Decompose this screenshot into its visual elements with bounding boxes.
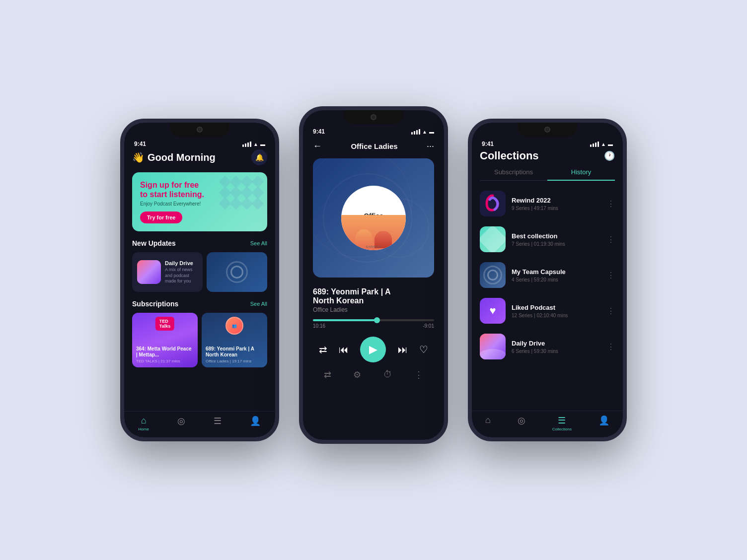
collection-more-capsule[interactable]: ⋮ [607,271,615,280]
thumb-daily [480,334,506,359]
history-icon[interactable]: 🕐 [604,150,615,161]
battery-icon-player: ▬ [429,129,434,135]
thumb-rewind [480,191,506,216]
status-time-player: 9:41 [313,128,325,135]
collection-name-daily: Daily Drive [512,340,601,347]
nav-collections[interactable]: ☰ [214,416,222,431]
collection-item-daily[interactable]: Daily Drive 6 Series | 59:30 mins ⋮ [480,331,615,362]
new-updates-see-all[interactable]: See All [250,240,267,246]
more-options-button[interactable]: ··· [427,141,434,151]
new-updates-title: New Updates [132,239,176,247]
home-nav-icon: ⌂ [141,416,147,426]
collection-meta-daily: 6 Series | 59:30 mins [512,349,601,354]
subscriptions-header: Subscriptions See All [132,300,267,308]
signal-icon-player [411,129,420,135]
collection-name-capsule: My Team Capsule [512,268,601,276]
greeting: 👋 Good Morning [132,151,216,163]
screen-home: 9:41 ▲ ▬ 👋 Good Morning 🔔 [124,123,275,437]
speed-button[interactable]: ⚙ [353,369,361,380]
next-button[interactable]: ⏭ [398,344,408,355]
nav-profile[interactable]: 👤 [250,416,261,431]
airplay-button[interactable]: ⇄ [324,369,331,380]
nav-collections-c[interactable]: ☰ Collections [552,415,572,431]
back-button[interactable]: ← [313,141,322,151]
update-card-daily-drive[interactable]: Daily Drive A mix of news and podcast ma… [132,252,203,292]
collection-name-best: Best collection [512,232,601,240]
prev-button[interactable]: ⏮ [339,344,349,355]
notification-button[interactable]: 🔔 [251,149,267,165]
try-free-button[interactable]: Try for free [140,211,182,223]
signup-banner: Sign up for freeto start listening. Enjo… [132,172,267,231]
ted-badge: TEDTalks [155,317,174,331]
tab-history[interactable]: History [547,168,615,181]
wifi-icon: ▲ [253,141,258,147]
collection-info-capsule: My Team Capsule 4 Series | 59:20 mins [512,268,601,282]
nav-home-c[interactable]: ⌂ [485,415,491,431]
collection-meta-capsule: 4 Series | 59:20 mins [512,277,601,282]
signal-icon-collections [590,141,599,147]
collections-nav-label: Collections [552,427,572,431]
thumb-liked: ♥ [480,298,506,324]
track-title: 689: Yeonmi Park | ANorth Korean [313,287,434,305]
subscription-card-ted[interactable]: TEDTalks 364: Metta World Peace | Mettap… [132,313,198,367]
progress-bar[interactable] [313,319,434,321]
collection-item-rewind[interactable]: Rewind 2022 9 Series | 49:17 mins ⋮ [480,188,615,219]
player-header: ← Office Ladies ··· [303,137,444,153]
status-time-home: 9:41 [134,140,146,147]
capsule-inner2 [487,270,498,280]
screen-player: 9:41 ▲ ▬ ← Office Ladies ··· [303,110,444,440]
collection-more-liked[interactable]: ⋮ [607,306,615,316]
progress-times: 10:16 -9:01 [313,323,434,329]
wave-emoji: 👋 [132,151,145,163]
tab-subscriptions[interactable]: Subscriptions [480,168,547,180]
progress-fill [313,319,377,321]
progress-thumb [374,317,380,323]
repeat-button[interactable]: ⇄ [319,344,327,355]
phone-home: 9:41 ▲ ▬ 👋 Good Morning 🔔 [120,119,279,441]
nav-home[interactable]: ⌂ Home [139,416,149,431]
collection-name-liked: Liked Podcast [512,304,601,311]
collection-more-best[interactable]: ⋮ [607,235,615,244]
play-pause-button[interactable]: ▶ [360,337,386,362]
discover-nav-icon-c: ◎ [518,415,525,426]
nav-discover-c[interactable]: ◎ [518,415,525,431]
status-bar-player: 9:41 ▲ ▬ [303,126,444,137]
update-card-blue[interactable] [207,252,267,292]
status-time-collections: 9:41 [482,140,494,147]
subscriptions-row: TEDTalks 364: Metta World Peace | Mettap… [132,313,267,367]
track-show: Office Ladies [313,306,434,313]
collection-item-liked[interactable]: ♥ Liked Podcast 12 Series | 02:10:40 min… [480,295,615,327]
daily-wave-art [137,260,161,284]
ted-card-title: 364: Metta World Peace | Mettap... [136,346,194,358]
greeting-text: Good Morning [148,152,216,163]
discover-nav-icon: ◎ [177,416,185,426]
notch-player [344,110,403,124]
liked-heart-icon: ♥ [489,304,496,317]
collection-more-rewind[interactable]: ⋮ [607,199,615,209]
timer-button[interactable]: ⏱ [383,369,392,380]
daily-drive-thumb [137,260,161,284]
collection-more-daily[interactable]: ⋮ [607,342,615,351]
status-icons-home: ▲ ▬ [242,141,265,147]
collection-item-best[interactable]: Best collection 7 Series | 01:19:30 mins… [480,223,615,255]
collection-name-rewind: Rewind 2022 [512,197,601,204]
home-nav-label: Home [139,427,149,431]
status-bar-home: 9:41 ▲ ▬ [124,139,275,149]
nav-profile-c[interactable]: 👤 [598,415,609,431]
nav-discover[interactable]: ◎ [177,416,185,431]
collections-tabs: Subscriptions History [480,168,615,181]
thumb-best [480,226,506,252]
like-button[interactable]: ♡ [419,344,428,355]
camera-home [197,127,203,133]
home-content: 👋 Good Morning 🔔 Sign up for freeto star… [124,149,275,411]
ted-card-meta: TED TALKS | 21:37 mins [136,359,194,363]
more-button[interactable]: ⋮ [414,369,423,380]
banner-pattern [221,177,262,208]
profile-nav-icon-c: 👤 [598,415,609,426]
subscriptions-see-all[interactable]: See All [250,301,267,307]
battery-icon-collections: ▬ [608,141,613,147]
collection-item-capsule[interactable]: My Team Capsule 4 Series | 59:20 mins ⋮ [480,259,615,291]
player-info: 689: Yeonmi Park | ANorth Korean Office … [303,282,444,315]
subscription-card-office[interactable]: 👥 689: Yeonmi Park | A North Korean Offi… [202,313,267,367]
collections-content: Collections 🕐 Subscriptions History [472,149,623,411]
